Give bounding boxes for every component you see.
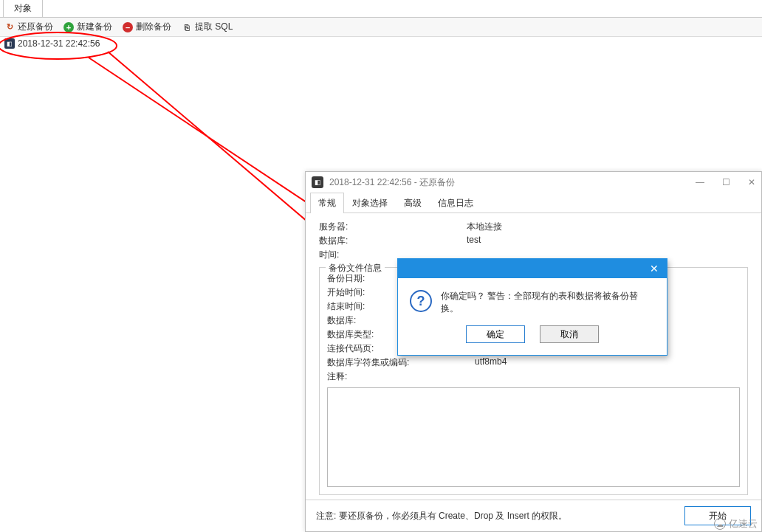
confirm-message: 你确定吗？ 警告：全部现有的表和数据将被备份替换。 <box>441 290 655 315</box>
dialog-body: 服务器: 本地连接 数据库: test 时间: 备份文件信息 备份日期: 开始时… <box>306 213 761 500</box>
close-icon[interactable]: ✕ <box>646 262 662 275</box>
database-value: test <box>467 235 481 247</box>
new-backup-label: 新建备份 <box>77 21 112 33</box>
extract-icon: ⎘ <box>182 22 192 32</box>
backup-file-icon: ◧ <box>4 38 15 49</box>
watermark-text: 亿速云 <box>729 517 758 531</box>
window-titlebar[interactable]: ◧ 2018-12-31 22:42:56 - 还原备份 — ☐ ✕ <box>306 172 761 193</box>
extract-sql-button[interactable]: ⎘ 提取 SQL <box>182 21 233 33</box>
server-label: 服务器: <box>319 221 467 233</box>
ok-button[interactable]: 确定 <box>466 325 525 343</box>
restore-backup-label: 还原备份 <box>18 21 53 33</box>
charset-value: utf8mb4 <box>475 356 507 369</box>
toolbar: ↻ 还原备份 + 新建备份 – 删除备份 ⎘ 提取 SQL <box>0 18 762 37</box>
tab-objects[interactable]: 对象 <box>3 0 43 17</box>
delete-backup-label: 删除备份 <box>136 21 171 33</box>
extract-sql-label: 提取 SQL <box>195 21 233 33</box>
backup-timestamp: 2018-12-31 22:42:56 <box>18 38 100 49</box>
minus-icon: – <box>123 22 133 32</box>
confirm-dialog: ✕ ? 你确定吗？ 警告：全部现有的表和数据将被备份替换。 确定 取消 <box>397 258 667 356</box>
cloud-icon: ☁ <box>714 518 726 530</box>
window-title: 2018-12-31 22:42:56 - 还原备份 <box>329 176 455 189</box>
remark-textarea[interactable] <box>327 387 740 487</box>
confirm-titlebar[interactable]: ✕ <box>398 259 667 278</box>
footer-note: 注意: 要还原备份，你必须具有 Create、Drop 及 Insert 的权限… <box>316 510 567 522</box>
app-icon: ◧ <box>312 176 323 188</box>
restore-backup-button[interactable]: ↻ 还原备份 <box>4 21 53 33</box>
database-label: 数据库: <box>319 235 467 247</box>
tab-log[interactable]: 信息日志 <box>430 193 481 213</box>
restore-icon: ↻ <box>4 22 15 32</box>
tab-objects-select[interactable]: 对象选择 <box>344 193 396 213</box>
close-button[interactable]: ✕ <box>748 177 755 187</box>
main-tabbar: 对象 <box>0 0 762 18</box>
watermark: ☁ 亿速云 <box>714 517 758 531</box>
backup-list-item[interactable]: ◧ 2018-12-31 22:42:56 <box>0 37 762 50</box>
tab-general[interactable]: 常规 <box>310 193 344 213</box>
tab-advanced[interactable]: 高级 <box>396 193 430 213</box>
cancel-button[interactable]: 取消 <box>540 325 599 343</box>
fieldset-legend: 备份文件信息 <box>326 262 385 274</box>
charset-label: 数据库字符集或编码: <box>327 356 475 369</box>
dialog-tabs: 常规 对象选择 高级 信息日志 <box>306 193 761 213</box>
dialog-footer: 注意: 要还原备份，你必须具有 Create、Drop 及 Insert 的权限… <box>306 500 761 531</box>
minimize-button[interactable]: — <box>696 177 704 187</box>
question-icon: ? <box>410 290 432 312</box>
server-value: 本地连接 <box>467 221 502 233</box>
remark-label: 注释: <box>327 370 475 383</box>
new-backup-button[interactable]: + 新建备份 <box>64 21 112 33</box>
delete-backup-button[interactable]: – 删除备份 <box>123 21 171 33</box>
maximize-button[interactable]: ☐ <box>722 177 730 187</box>
plus-icon: + <box>64 22 74 32</box>
